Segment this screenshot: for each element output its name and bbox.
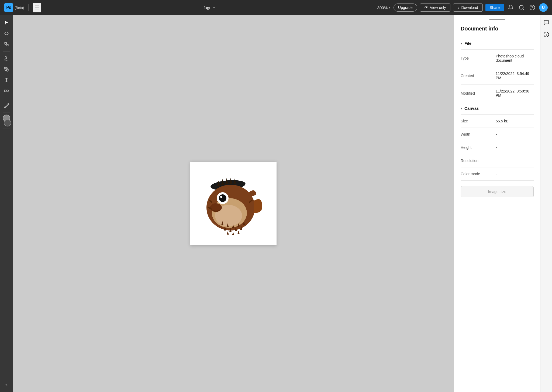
zoom-chevron-icon: ▾ (389, 6, 390, 9)
lasso-tool-button[interactable] (2, 29, 11, 38)
file-modified-row: Modified 11/22/2022, 3:59:36 PM (461, 85, 534, 102)
canvas-width-value: - (496, 132, 497, 136)
svg-rect-6 (7, 44, 8, 46)
svg-point-20 (219, 194, 226, 202)
fugu-illustration (196, 166, 271, 241)
shape-tool-button[interactable] (2, 86, 11, 96)
svg-line-1 (523, 9, 524, 10)
view-only-label: View only (430, 5, 446, 10)
file-type-row: Type Photoshop cloud document (461, 50, 534, 67)
svg-point-7 (6, 69, 7, 70)
canvas-image-container (190, 162, 277, 245)
tool-separator-2 (3, 98, 10, 98)
canvas-colormode-value: - (496, 172, 497, 176)
logo-text: Ps (6, 5, 11, 10)
hamburger-menu-button[interactable]: ☰ (33, 3, 41, 12)
file-type-label: Type (461, 56, 496, 60)
canvas-resolution-value: - (496, 159, 497, 163)
svg-point-4 (5, 32, 8, 35)
tool-separator-1 (3, 51, 10, 51)
download-icon: ↓ (458, 5, 460, 10)
upgrade-button[interactable]: Upgrade (394, 4, 417, 12)
svg-point-22 (210, 203, 222, 212)
eyedropper-tool-button[interactable] (2, 100, 11, 110)
svg-point-0 (519, 5, 523, 9)
app-logo-box: Ps (4, 3, 13, 12)
canvas-info-group: ▾ Canvas Size 55.5 kB Width - Height - R… (461, 102, 534, 181)
file-name-area[interactable]: fugu ▾ (203, 5, 215, 10)
image-size-button[interactable]: Image size (461, 186, 534, 197)
eye-icon: 👁 (425, 5, 428, 10)
canvas-height-row: Height - (461, 141, 534, 154)
share-button[interactable]: Share (485, 4, 504, 11)
info-panel-button[interactable] (541, 30, 551, 39)
brush-tool-button[interactable] (2, 54, 11, 63)
canvas-group-header[interactable]: ▾ Canvas (461, 102, 534, 115)
svg-marker-33 (232, 232, 234, 235)
svg-rect-8 (5, 90, 6, 92)
file-name-chevron-icon: ▾ (213, 6, 215, 9)
tool-separator-3 (3, 112, 10, 112)
topbar-divider-1 (28, 4, 29, 11)
canvas-group-title: Canvas (464, 106, 479, 111)
zoom-area[interactable]: 300% ▾ (377, 5, 390, 10)
svg-rect-5 (5, 42, 6, 44)
file-name: fugu (203, 5, 211, 10)
user-avatar[interactable]: U (539, 3, 548, 12)
file-info-group: ▾ File Type Photoshop cloud document Cre… (461, 37, 534, 102)
download-button[interactable]: ↓ Download (453, 4, 482, 12)
pen-tool-button[interactable] (2, 64, 11, 74)
svg-marker-34 (237, 231, 240, 234)
canvas-size-value: 55.5 kB (496, 119, 508, 123)
left-toolbar: T « (0, 15, 13, 392)
file-chevron-icon: ▾ (461, 42, 462, 45)
select-tool-button[interactable] (2, 18, 11, 27)
canvas-chevron-icon: ▾ (461, 106, 462, 110)
transform-tool-button[interactable] (2, 39, 11, 49)
svg-marker-32 (227, 231, 229, 235)
canvas-width-row: Width - (461, 128, 534, 141)
tool-separator-4 (3, 129, 10, 129)
doc-info-section: Document info ▾ File Type Photoshop clou… (454, 20, 540, 181)
collapse-toolbar-button[interactable]: « (2, 380, 11, 389)
zoom-value: 300% (377, 5, 388, 10)
beta-label: (Beta) (15, 6, 24, 10)
file-group-header[interactable]: ▾ File (461, 37, 534, 50)
canvas-resolution-row: Resolution - (461, 154, 534, 167)
file-created-row: Created 11/22/2022, 3:54:49 PM (461, 67, 534, 85)
main-area: T « (0, 15, 552, 392)
file-modified-label: Modified (461, 91, 496, 95)
color-swatches[interactable] (2, 115, 11, 126)
right-panel: Document info ▾ File Type Photoshop clou… (454, 15, 540, 392)
svg-point-21 (220, 196, 222, 198)
canvas-size-row: Size 55.5 kB (461, 115, 534, 128)
download-label: Download (461, 5, 478, 10)
far-right-strip (540, 15, 552, 392)
file-group-title: File (464, 41, 471, 46)
ps-logo: Ps (Beta) (4, 3, 24, 12)
view-only-button[interactable]: 👁 View only (420, 4, 451, 12)
document-info-title: Document info (461, 26, 534, 32)
tools-bottom: « (2, 380, 11, 389)
notifications-button[interactable] (507, 4, 515, 12)
canvas-colormode-row: Color mode - (461, 167, 534, 181)
comment-panel-button[interactable] (541, 18, 551, 27)
svg-point-9 (7, 90, 9, 92)
file-type-value: Photoshop cloud document (496, 54, 534, 63)
type-tool-button[interactable]: T (2, 75, 11, 85)
canvas-resolution-label: Resolution (461, 159, 496, 163)
canvas-height-value: - (496, 145, 497, 150)
background-color[interactable] (4, 119, 11, 126)
canvas-area (13, 15, 454, 392)
canvas-size-label: Size (461, 119, 496, 123)
canvas-height-label: Height (461, 145, 496, 150)
canvas-width-label: Width (461, 132, 496, 136)
file-modified-value: 11/22/2022, 3:59:36 PM (496, 89, 534, 98)
panel-tab-bar (454, 15, 540, 20)
file-created-value: 11/22/2022, 3:54:49 PM (496, 71, 534, 80)
help-button[interactable] (528, 4, 536, 12)
file-created-label: Created (461, 74, 496, 78)
topbar-right: Upgrade 👁 View only ↓ Download Share (394, 3, 548, 12)
canvas-colormode-label: Color mode (461, 172, 496, 176)
search-button[interactable] (518, 4, 526, 12)
